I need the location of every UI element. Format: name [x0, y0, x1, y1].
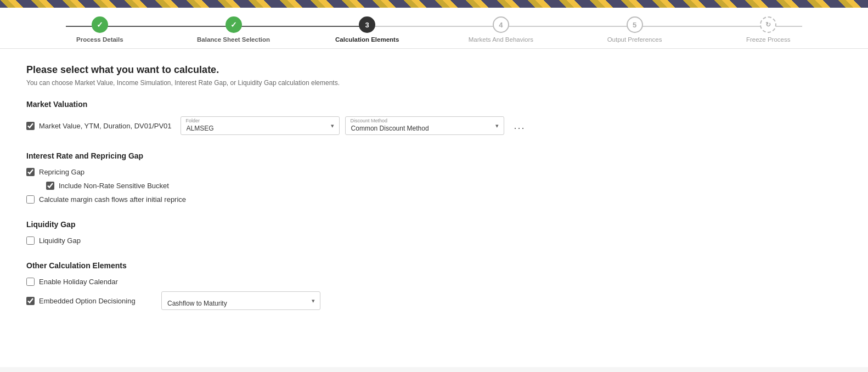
page-title: Please select what you want to calculate… — [26, 64, 842, 76]
step-label-markets-behaviors: Markets And Behaviors — [469, 36, 533, 43]
discount-controls: Folder ALMSEG ▾ Discount Method Common D… — [181, 116, 530, 135]
margin-cashflows-row: Calculate margin cash flows after initia… — [26, 195, 842, 204]
margin-cashflows-label: Calculate margin cash flows after initia… — [39, 195, 186, 204]
holiday-calendar-checkbox[interactable] — [26, 278, 35, 286]
step-calculation-elements[interactable]: 3 Calculation Elements — [300, 16, 434, 43]
step-circle-2 — [226, 16, 242, 33]
step-label-freeze-process: Freeze Process — [746, 36, 791, 43]
liquidity-gap-label: Liquidity Gap — [39, 236, 81, 245]
step-process-details[interactable]: Process Details — [33, 16, 167, 43]
step-circle-3: 3 — [359, 16, 375, 33]
step-label-process-details: Process Details — [76, 36, 123, 43]
market-value-checkbox[interactable] — [26, 122, 35, 130]
non-rate-sensitive-row: Include Non-Rate Sensitive Bucket — [46, 182, 842, 190]
margin-cashflows-checkbox[interactable] — [26, 195, 35, 204]
step-circle-4: 4 — [493, 16, 509, 33]
market-value-row: Market Value, YTM, Duration, DV01/PV01 F… — [26, 116, 842, 135]
liquidity-gap-row: Liquidity Gap — [26, 236, 842, 245]
discount-method-dropdown-wrapper: Discount Method Common Discount Method ▾ — [345, 116, 504, 135]
step-circle-1 — [92, 16, 108, 33]
checkmark-icon-2 — [230, 20, 237, 29]
embedded-option-checkbox[interactable] — [26, 297, 35, 305]
main-content: Please select what you want to calculate… — [0, 49, 868, 367]
market-valuation-section: Market Valuation Market Value, YTM, Dura… — [26, 100, 842, 135]
step-output-preferences[interactable]: 5 Output Preferences — [568, 16, 702, 43]
embedded-option-row: Embedded Option Decisioning Cashflow to … — [26, 291, 842, 310]
stepper-container: Process Details Balance Sheet Selection … — [0, 8, 868, 49]
step-markets-behaviors[interactable]: 4 Markets And Behaviors — [434, 16, 568, 43]
other-calculation-section: Other Calculation Elements Enable Holida… — [26, 261, 842, 310]
step-label-output-preferences: Output Preferences — [607, 36, 662, 43]
step-circle-5: 5 — [627, 16, 643, 33]
repricing-gap-row: Repricing Gap — [26, 168, 842, 176]
more-options-button[interactable]: ... — [510, 118, 530, 134]
checkmark-icon-1 — [97, 20, 103, 29]
step-number-5: 5 — [633, 21, 636, 29]
step-label-balance-sheet: Balance Sheet Selection — [197, 36, 270, 43]
liquidity-gap-section: Liquidity Gap Liquidity Gap — [26, 220, 842, 245]
step-circle-freeze: ↻ — [760, 16, 776, 33]
step-balance-sheet[interactable]: Balance Sheet Selection — [167, 16, 301, 43]
step-number-3: 3 — [365, 21, 369, 29]
discount-method-select[interactable]: Common Discount Method — [345, 116, 504, 135]
liquidity-gap-checkbox[interactable] — [26, 236, 35, 245]
repricing-gap-checkbox[interactable] — [26, 168, 35, 176]
freeze-icon: ↻ — [765, 21, 771, 29]
repricing-gap-label: Repricing Gap — [39, 168, 84, 176]
step-label-calculation-elements: Calculation Elements — [335, 36, 399, 43]
interest-rate-title: Interest Rate and Repricing Gap — [26, 151, 842, 160]
embedded-option-label: Embedded Option Decisioning — [39, 297, 136, 305]
page-subtitle: You can choose Market Value, Income Simu… — [26, 79, 842, 87]
cashflow-dropdown-wrapper: Cashflow to Maturity ▾ — [161, 291, 320, 310]
holiday-calendar-label: Enable Holiday Calendar — [39, 278, 118, 286]
interest-rate-section: Interest Rate and Repricing Gap Repricin… — [26, 151, 842, 204]
liquidity-gap-title: Liquidity Gap — [26, 220, 842, 229]
other-calculation-title: Other Calculation Elements — [26, 261, 842, 270]
holiday-calendar-row: Enable Holiday Calendar — [26, 278, 842, 286]
market-valuation-title: Market Valuation — [26, 100, 842, 109]
non-rate-sensitive-checkbox[interactable] — [46, 182, 54, 190]
folder-select[interactable]: ALMSEG — [181, 116, 340, 135]
market-value-label: Market Value, YTM, Duration, DV01/PV01 — [39, 122, 172, 130]
step-number-4: 4 — [499, 21, 503, 29]
step-freeze-process[interactable]: ↻ Freeze Process — [701, 16, 835, 43]
top-banner — [0, 0, 868, 8]
cashflow-select[interactable]: Cashflow to Maturity — [161, 291, 320, 310]
non-rate-sensitive-label: Include Non-Rate Sensitive Bucket — [59, 182, 169, 190]
folder-dropdown-wrapper: Folder ALMSEG ▾ — [181, 116, 340, 135]
